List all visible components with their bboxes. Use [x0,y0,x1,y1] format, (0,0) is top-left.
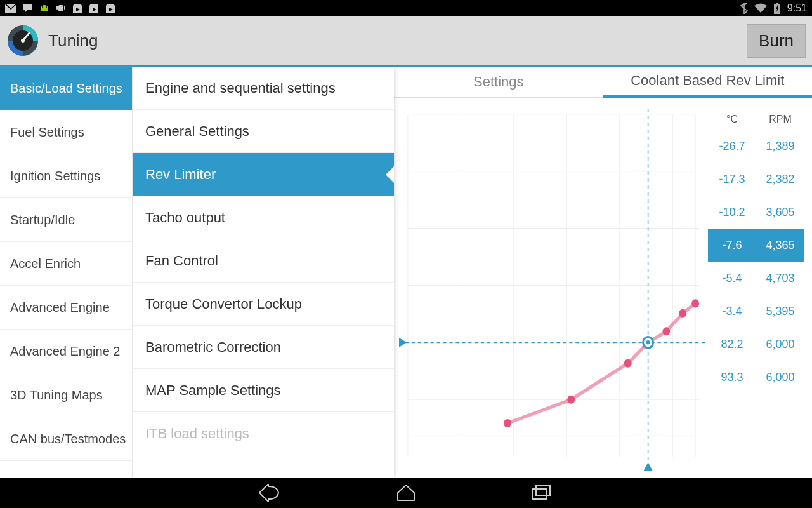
data-row[interactable]: -3.45,395 [708,295,804,328]
nav-home-button[interactable] [395,484,417,502]
subsetting-item: ITB load settings [133,412,394,455]
header-celsius: °C [708,114,756,125]
cell-celsius: -3.4 [708,305,756,318]
play-store-icon-3 [105,3,115,13]
tab-coolant-rev-limit[interactable]: Coolant Based Rev Limit [603,67,813,98]
data-table-header: °C RPM [708,109,804,130]
svg-point-46 [646,340,650,345]
svg-point-4 [46,6,47,8]
cell-celsius: 93.3 [708,371,756,384]
tab-bar: Settings Coolant Based Rev Limit [394,67,812,98]
svg-point-44 [691,299,699,307]
android-nav-bar [0,478,812,508]
svg-point-38 [504,419,511,427]
bluetooth-icon [740,3,748,14]
app-gauge-icon [6,24,39,57]
chart-area[interactable] [399,109,708,478]
content-pane: Settings Coolant Based Rev Limit °C RPM … [394,67,812,478]
svg-rect-47 [532,489,546,499]
clock-text: 9:51 [787,3,807,14]
subsetting-item[interactable]: Tacho output [133,196,394,239]
nav-recents-button[interactable] [531,484,553,502]
data-table: °C RPM -26.71,389-17.32,382-10.23,605-7.… [708,109,804,478]
svg-point-39 [567,396,575,404]
category-item[interactable]: 3D Tuning Maps [0,373,132,417]
header-rpm: RPM [756,114,804,125]
gmail-icon [5,4,16,13]
subsetting-list: Engine and sequential settingsGeneral Se… [133,67,394,478]
subsetting-item[interactable]: MAP Sample Settings [133,369,394,412]
action-bar: Tuning Burn [0,16,812,67]
cell-celsius: -5.4 [708,272,756,285]
cell-rpm: 6,000 [756,371,804,384]
data-row[interactable]: -17.32,382 [708,163,804,196]
subsetting-item[interactable]: Engine and sequential settings [133,67,394,110]
cell-rpm: 6,000 [756,338,804,351]
svg-rect-12 [776,3,778,4]
cell-rpm: 3,605 [756,206,804,219]
category-item[interactable]: Basic/Load Settings [0,67,132,110]
category-item[interactable]: Startup/Idle [0,198,132,242]
category-list: Basic/Load SettingsFuel SettingsIgnition… [0,67,133,478]
cell-rpm: 2,382 [756,173,804,186]
cell-rpm: 4,365 [756,239,804,252]
android-status-bar: 9:51 [0,0,812,16]
svg-point-40 [624,359,632,368]
data-row[interactable]: -26.71,389 [708,130,804,163]
svg-point-43 [679,309,686,318]
data-row[interactable]: -5.44,703 [708,262,804,295]
svg-marker-2 [25,10,27,13]
chart-wrap: °C RPM -26.71,389-17.32,382-10.23,605-7.… [394,98,812,478]
subsetting-item[interactable]: Torque Convertor Lockup [133,283,394,326]
data-row[interactable]: -7.64,365 [708,229,804,262]
svg-rect-7 [64,6,65,10]
nav-back-button[interactable] [259,484,281,502]
category-item[interactable]: Fuel Settings [0,110,132,154]
svg-marker-37 [644,462,653,471]
android-body-icon [56,3,66,13]
category-item[interactable]: Advanced Engine [0,286,132,330]
status-left-icons [5,3,115,13]
category-item[interactable]: Ignition Settings [0,154,132,198]
chat-icon [23,4,33,13]
svg-rect-48 [536,485,550,495]
data-row[interactable]: 82.26,000 [708,328,804,361]
category-item[interactable]: Advanced Engine 2 [0,330,132,373]
play-store-icon [72,3,82,13]
svg-rect-6 [56,6,58,10]
cell-rpm: 4,703 [756,272,804,285]
cell-celsius: -17.3 [708,173,756,186]
svg-rect-5 [58,5,63,11]
battery-charging-icon [773,3,781,14]
cell-rpm: 5,395 [756,305,804,318]
android-head-icon [39,3,49,13]
status-right-icons: 9:51 [740,3,807,14]
subsetting-item[interactable]: Barometric Correction [133,326,394,369]
cell-rpm: 1,389 [756,140,804,153]
app-title: Tuning [48,31,747,51]
category-item[interactable]: CAN bus/Testmodes [0,417,132,461]
main-body: Basic/Load SettingsFuel SettingsIgnition… [0,67,812,478]
cell-celsius: -10.2 [708,206,756,219]
svg-point-3 [42,6,43,8]
cell-celsius: 82.2 [708,338,756,351]
svg-rect-1 [23,4,32,10]
subsetting-item[interactable]: Fan Control [133,239,394,283]
subsetting-item[interactable]: Rev Limiter [133,153,394,196]
svg-point-42 [662,327,670,335]
cell-celsius: -7.6 [708,239,756,252]
tab-settings[interactable]: Settings [394,67,603,98]
svg-marker-36 [399,338,407,347]
cell-celsius: -26.7 [708,140,756,153]
svg-point-18 [21,39,25,43]
play-store-icon-2 [89,3,99,13]
category-item[interactable]: Accel Enrich [0,242,132,286]
data-row[interactable]: -10.23,605 [708,196,804,229]
wifi-icon [754,3,767,13]
burn-button[interactable]: Burn [747,24,806,58]
data-row[interactable]: 93.36,000 [708,361,804,394]
subsetting-item[interactable]: General Settings [133,110,394,153]
